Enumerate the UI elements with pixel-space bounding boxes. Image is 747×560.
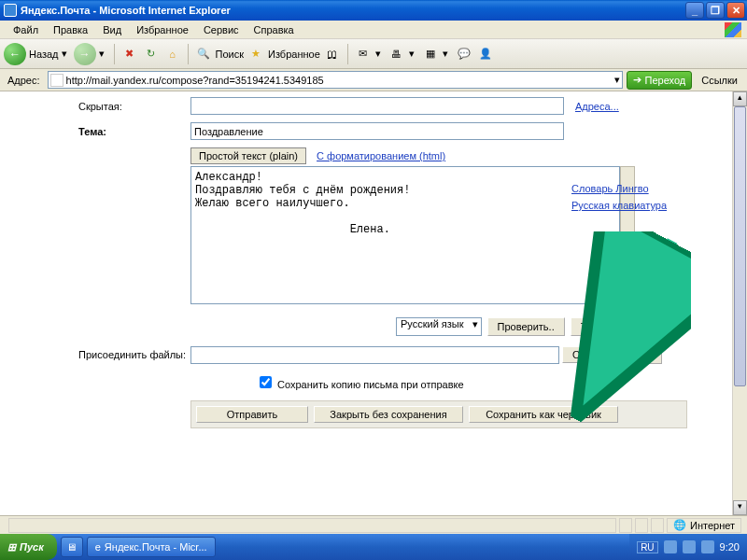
status-panel [635,518,648,533]
address-bar: Адрес: http://mail.yandex.ru/compose?ran… [0,69,747,91]
scroll-down-icon[interactable]: ▾ [733,500,747,515]
favorites-icon[interactable]: ★ [247,45,265,63]
back-button[interactable]: ← [4,43,26,65]
bcc-label: Скрытая: [78,101,190,112]
go-button[interactable]: ➔ Переход [627,71,693,90]
toolbar-separator [347,44,348,64]
messenger-icon[interactable]: 👤 [476,45,495,63]
subject-label: Тема: [78,126,190,137]
spellcheck-button[interactable]: Проверить.. [487,317,565,336]
address-field[interactable]: http://mail.yandex.ru/compose?rand=35194… [48,71,623,89]
action-bar: Отправить Закрыть без сохранения Сохрани… [190,400,687,428]
address-dropdown-icon[interactable]: ▾ [614,74,620,86]
page-scrollbar[interactable]: ▴ ▾ [732,91,747,515]
toolbar-separator [114,44,115,64]
minimize-button[interactable]: _ [685,2,704,19]
scroll-thumb[interactable] [734,106,746,386]
close-button[interactable]: ✕ [726,2,745,19]
history-icon[interactable]: 🕮 [323,45,342,63]
tray-icon[interactable] [664,540,677,553]
window-titlebar: Яндекс.Почта - Microsoft Internet Explor… [0,0,747,21]
body-text: Александр! Поздравляю тебя с днём рожден… [195,171,410,236]
status-bar: 🌐 Интернет [0,515,747,534]
tab-plain[interactable]: Простой текст (plain) [190,147,306,164]
refresh-icon[interactable]: ↻ [142,45,161,63]
close-nosave-button[interactable]: Закрыть без сохранения [314,406,463,423]
windows-icon: ⊞ [7,541,16,553]
tab-html[interactable]: С форматированием (html) [317,150,445,161]
ie-icon: e [95,541,101,553]
attach-input[interactable] [190,346,559,364]
save-copy-row: Сохранить копию письма при отправке [256,373,725,391]
menu-tools[interactable]: Сервис [196,22,247,37]
mail-dropdown[interactable]: ▾ [375,48,385,60]
print-dropdown[interactable]: ▾ [409,48,418,60]
globe-icon: 🌐 [673,519,686,531]
clock[interactable]: 9:20 [720,541,740,553]
save-copy-checkbox[interactable] [260,376,272,388]
send-button[interactable]: Отправить [196,406,308,423]
menu-edit[interactable]: Правка [46,22,95,37]
forward-dropdown[interactable]: ▾ [99,48,108,60]
home-icon[interactable]: ⌂ [163,45,182,63]
scroll-up-icon[interactable]: ▴ [733,91,747,106]
toolbar-separator [188,44,189,64]
quicklaunch-desktop[interactable]: 🖥 [61,537,83,557]
save-draft-button[interactable]: Сохранить как черновик [469,406,618,423]
status-panel [651,518,664,533]
attach-label: Присоединить файлы: [78,349,190,360]
lingvo-link[interactable]: Словарь Лингво [571,183,649,194]
mail-icon[interactable]: ✉ [354,45,373,63]
status-panel [619,518,632,533]
language-indicator[interactable]: RU [637,541,657,553]
back-label[interactable]: Назад [29,49,59,60]
save-copy-label: Сохранить копию письма при отправке [277,379,464,390]
attach-row: Присоединить файлы: Обзор... - + [78,345,725,364]
taskbar-ie-button[interactable]: e Яндекс.Почта - Micr... [87,537,216,557]
bcc-row: Скрытая: Адреса... [78,97,725,115]
search-label[interactable]: Поиск [216,49,244,60]
tray-icon[interactable] [683,540,696,553]
print-icon[interactable]: 🖶 [388,45,406,63]
tray-icon[interactable] [701,540,714,553]
menu-help[interactable]: Справка [247,22,302,37]
language-row: Русский язык Проверить.. Translit [396,317,725,336]
discuss-icon[interactable]: 💬 [455,45,473,63]
page-favicon [50,74,63,87]
menu-file[interactable]: Файл [6,22,46,37]
subject-input[interactable] [190,122,564,140]
format-tabs: Простой текст (plain) С форматированием … [190,147,725,164]
addresses-link[interactable]: Адреса... [575,101,619,112]
forward-button[interactable]: → [74,43,96,65]
address-url: http://mail.yandex.ru/compose?rand=35194… [66,75,324,86]
attach-remove-button[interactable]: - [621,345,641,364]
back-dropdown[interactable]: ▾ [62,48,71,60]
bcc-input[interactable] [190,97,564,115]
zone-label: Интернет [690,520,735,531]
favorites-label[interactable]: Избранное [268,49,320,60]
menu-favorites[interactable]: Избранное [129,22,196,37]
language-value: Русский язык [401,318,464,329]
edit-dropdown[interactable]: ▾ [443,48,452,60]
links-label[interactable]: Ссылки [696,75,743,86]
keyboard-link[interactable]: Русская клавиатура [571,200,667,211]
edit-icon[interactable]: ▦ [421,45,440,63]
maximize-button[interactable]: ❐ [706,2,725,19]
search-icon[interactable]: 🔍 [194,45,213,63]
start-button[interactable]: ⊞ Пуск [0,534,57,560]
menu-view[interactable]: Вид [95,22,129,37]
windows-logo-icon [725,22,741,37]
language-select[interactable]: Русский язык [396,317,482,336]
ie-icon [4,4,17,17]
page-content: Скрытая: Адреса... Тема: Простой текст (… [0,91,747,560]
stop-icon[interactable]: ✖ [120,45,139,63]
message-body[interactable]: Александр! Поздравляю тебя с днём рожден… [190,166,620,304]
windows-taskbar: ⊞ Пуск 🖥 e Яндекс.Почта - Micr... RU 9:2… [0,534,747,560]
browse-button[interactable]: Обзор... [562,346,621,363]
translit-button[interactable]: Translit [571,317,625,336]
attach-add-button[interactable]: + [641,345,662,364]
status-zone: 🌐 Интернет [667,518,741,533]
system-tray: RU 9:20 [629,534,747,560]
subject-row: Тема: [78,122,725,140]
go-label: Переход [645,75,686,86]
